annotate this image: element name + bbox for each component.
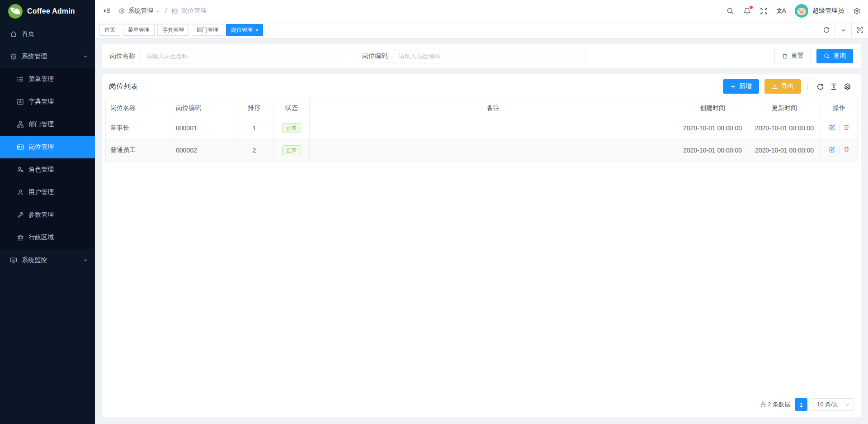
pagination-page-1[interactable]: 1 <box>795 398 807 411</box>
cell-post-code: 000001 <box>171 117 235 139</box>
menu-fold-icon <box>103 7 111 15</box>
sidebar-item-home[interactable]: 首页 <box>0 23 95 45</box>
fullscreen-button[interactable] <box>760 7 768 15</box>
sidebar-item-user-manage[interactable]: 用户管理 <box>0 181 95 204</box>
user-menu[interactable]: 超级管理员 <box>795 4 844 18</box>
menu-list-icon <box>17 76 24 83</box>
add-button-label: 新增 <box>739 82 752 91</box>
tab-dept-manage[interactable]: 部门管理 <box>192 24 223 36</box>
sidebar-item-post-manage[interactable]: 岗位管理 <box>0 136 95 158</box>
edit-icon[interactable] <box>829 124 835 131</box>
fullscreen-expand-icon <box>760 7 768 15</box>
notification-badge-dot <box>750 6 753 9</box>
status-badge: 正常 <box>282 123 301 133</box>
breadcrumb-parent[interactable]: 系统管理 <box>118 7 160 15</box>
avatar <box>795 4 808 18</box>
table-density-button[interactable] <box>827 80 840 93</box>
sidebar-item-region[interactable]: 行政区域 <box>0 226 95 249</box>
export-button-label: 导出 <box>781 82 794 91</box>
sidebar-item-system-manage[interactable]: 系统管理 <box>0 45 95 68</box>
language-switch-button[interactable]: 文A <box>777 7 786 15</box>
gear-icon <box>853 7 861 15</box>
breadcrumb-separator: / <box>165 7 167 14</box>
monitor-icon <box>10 257 17 264</box>
add-button[interactable]: 新增 <box>723 79 759 94</box>
tab-close-icon[interactable]: × <box>255 28 258 33</box>
breadcrumb: 系统管理 / 岗位管理 <box>118 7 207 15</box>
top-navbar: 系统管理 / 岗位管理 文 <box>95 0 868 22</box>
chevron-down-icon <box>845 402 850 407</box>
sidebar-item-dept-manage[interactable]: 部门管理 <box>0 113 95 136</box>
table-refresh-button[interactable] <box>813 80 827 93</box>
tab-post-manage[interactable]: 岗位管理 × <box>226 24 263 36</box>
sidebar-item-label: 用户管理 <box>28 188 54 196</box>
notification-button[interactable] <box>743 7 751 15</box>
table-row: 普通员工 000002 2 正常 2020-10-01 00:00:00 202… <box>106 139 858 162</box>
cell-sort: 1 <box>235 117 274 139</box>
pagination-total: 共 2 条数据 <box>760 400 790 409</box>
post-name-label: 岗位名称 <box>110 52 135 60</box>
tab-home[interactable]: 首页 <box>99 24 120 36</box>
delete-icon[interactable] <box>843 146 850 153</box>
tab-label: 部门管理 <box>197 26 218 34</box>
density-icon <box>830 83 838 91</box>
cell-updated: 2020-10-01 00:00:00 <box>748 139 821 162</box>
post-name-input[interactable] <box>141 49 337 63</box>
col-created: 创建时间 <box>677 99 748 117</box>
sidebar: Coffee Admin 首页 系统管理 菜单管理 字典管理 <box>0 0 95 424</box>
navbar-actions: 文A 超级管理员 <box>726 4 861 18</box>
tab-menu-manage[interactable]: 菜单管理 <box>123 24 155 36</box>
column-settings-button[interactable] <box>840 80 854 93</box>
sidebar-item-menu-manage[interactable]: 菜单管理 <box>0 68 95 91</box>
tab-refresh-button[interactable] <box>818 22 835 38</box>
sidebar-item-dict-manage[interactable]: 字典管理 <box>0 91 95 113</box>
search-actions: 重置 查询 <box>774 49 853 63</box>
sidebar-fold-button[interactable] <box>103 7 111 15</box>
col-status: 状态 <box>274 99 310 117</box>
edit-icon[interactable] <box>829 146 835 153</box>
breadcrumb-current: 岗位管理 <box>172 7 207 15</box>
gear-icon <box>118 8 125 14</box>
page-size-value: 10 条/页 <box>817 400 839 409</box>
sidebar-submenu-system: 菜单管理 字典管理 部门管理 岗位管理 角色管理 <box>0 68 95 249</box>
cell-updated: 2020-10-01 00:00:00 <box>748 117 821 139</box>
sidebar-item-system-monitor[interactable]: 系统监控 <box>0 249 95 272</box>
export-button[interactable]: 导出 <box>764 79 801 94</box>
tab-controls <box>818 22 868 38</box>
cell-actions <box>821 139 858 162</box>
post-code-input[interactable] <box>393 49 586 63</box>
toolbar-divider <box>807 83 808 90</box>
status-badge: 正常 <box>282 145 301 155</box>
username: 超级管理员 <box>812 7 844 15</box>
content-maximize-button[interactable] <box>851 22 868 38</box>
breadcrumb-parent-label: 系统管理 <box>128 7 153 15</box>
sidebar-menu: 首页 系统管理 菜单管理 字典管理 部门管理 <box>0 23 95 424</box>
cell-remark <box>310 139 677 162</box>
org-tree-icon <box>17 121 24 128</box>
settings-button[interactable] <box>853 7 861 15</box>
cell-remark <box>310 117 677 139</box>
cell-status: 正常 <box>274 117 310 139</box>
chevron-up-icon <box>83 54 88 59</box>
post-code-label: 岗位编码 <box>362 52 387 60</box>
page-size-select[interactable]: 10 条/页 <box>812 398 854 411</box>
main-area: 系统管理 / 岗位管理 文 <box>95 0 868 424</box>
reset-button[interactable]: 重置 <box>774 49 811 63</box>
tab-label: 岗位管理 <box>231 26 253 34</box>
refresh-icon <box>816 83 824 91</box>
sidebar-item-label: 行政区域 <box>28 233 54 242</box>
col-actions: 操作 <box>821 99 858 117</box>
table-row: 董事长 000001 1 正常 2020-10-01 00:00:00 2020… <box>106 117 858 139</box>
query-button[interactable]: 查询 <box>816 49 853 63</box>
card-title: 岗位列表 <box>109 82 138 91</box>
id-badge-icon <box>17 143 24 151</box>
app-logo[interactable]: Coffee Admin <box>0 0 95 23</box>
table-header-row: 岗位名称 岗位编码 排序 状态 备注 创建时间 更新时间 操作 <box>106 99 858 117</box>
tab-options-button[interactable] <box>835 22 851 38</box>
breadcrumb-current-label: 岗位管理 <box>181 7 207 15</box>
tab-dict-manage[interactable]: 字典管理 <box>157 24 189 36</box>
search-button[interactable] <box>726 7 734 15</box>
sidebar-item-role-manage[interactable]: 角色管理 <box>0 158 95 181</box>
delete-icon[interactable] <box>843 124 850 131</box>
sidebar-item-param-manage[interactable]: 参数管理 <box>0 204 95 226</box>
